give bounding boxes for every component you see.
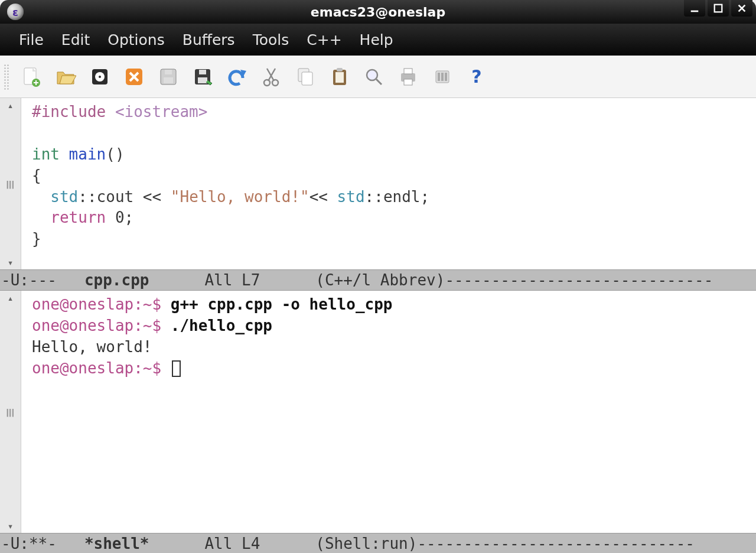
code-token: ::cout <<: [78, 188, 171, 206]
svg-rect-27: [438, 73, 440, 81]
svg-point-6: [99, 76, 101, 78]
code-token: (): [106, 145, 124, 163]
code-token: 0;: [106, 209, 133, 226]
window-controls: [684, 0, 752, 24]
svg-rect-24: [404, 69, 412, 74]
modeline-mid: All L4 (Shell:run): [149, 535, 417, 552]
modeline-mid: All L7 (C++/l Abbrev): [149, 271, 445, 289]
help-icon[interactable]: ?: [464, 66, 489, 87]
modeline-dashes: -----------------------------: [445, 271, 713, 289]
code-token: #include: [32, 103, 115, 121]
scroll-track[interactable]: ≡: [0, 305, 21, 519]
svg-rect-11: [165, 70, 172, 74]
svg-rect-28: [441, 73, 444, 81]
svg-rect-18: [302, 72, 312, 85]
menu-cpp[interactable]: C++: [303, 29, 345, 51]
menu-options[interactable]: Options: [104, 29, 168, 51]
shell-prompt: one@oneslap:~$: [32, 359, 171, 377]
code-editor[interactable]: #include <iostream> int main() { std::co…: [21, 98, 756, 269]
code-token: std: [337, 188, 365, 206]
modeline-code[interactable]: -U:--- cpp.cpp All L7 (C++/l Abbrev)----…: [0, 269, 756, 291]
menu-edit[interactable]: Edit: [58, 29, 93, 51]
svg-rect-20: [335, 72, 344, 83]
modeline-shell[interactable]: -U:**- *shell* All L4 (Shell:run)-------…: [0, 533, 756, 553]
svg-rect-21: [337, 68, 343, 71]
code-token: [32, 209, 50, 226]
minimize-button[interactable]: [684, 0, 705, 17]
modeline-buffer-name: cpp.cpp: [66, 271, 149, 289]
code-token: "Hello, world!": [171, 188, 309, 206]
copy-icon[interactable]: [293, 64, 318, 89]
disk-icon[interactable]: [87, 64, 112, 89]
code-token: [32, 188, 50, 206]
search-icon[interactable]: [361, 64, 386, 89]
modeline-left: -U:**-: [1, 535, 66, 552]
svg-rect-14: [199, 70, 206, 74]
code-token: std: [50, 188, 78, 206]
title-bar: ε emacs23@oneslap: [0, 0, 756, 24]
paste-icon[interactable]: [327, 64, 352, 89]
code-token: main: [60, 145, 106, 163]
save-icon[interactable]: [156, 64, 181, 89]
svg-rect-0: [691, 11, 699, 12]
code-scrollbar[interactable]: ▴ ≡ ▾: [0, 98, 21, 269]
shell-prompt: one@oneslap:~$: [32, 317, 171, 334]
new-file-icon[interactable]: [19, 64, 44, 89]
menu-bar: File Edit Options Buffers Tools C++ Help: [0, 24, 756, 56]
close-button[interactable]: [731, 0, 752, 17]
svg-rect-13: [198, 77, 207, 83]
svg-rect-1: [715, 5, 722, 12]
shell-command: ./hello_cpp: [171, 317, 272, 334]
code-token: return: [50, 209, 106, 226]
svg-rect-29: [445, 73, 447, 81]
menu-file[interactable]: File: [15, 29, 47, 51]
shell-command: g++ cpp.cpp -o hello_cpp: [171, 295, 393, 313]
shell-scrollbar[interactable]: ▴ ≡ ▾: [0, 291, 21, 533]
open-folder-icon[interactable]: [53, 64, 78, 89]
save-as-icon[interactable]: [190, 64, 215, 89]
scroll-down-icon[interactable]: ▾: [0, 519, 21, 533]
code-token: int: [32, 145, 60, 163]
code-token: ::endl;: [365, 188, 430, 206]
toolbar-grip[interactable]: [4, 64, 9, 90]
cut-icon[interactable]: [259, 64, 284, 89]
window-title: emacs23@oneslap: [311, 5, 445, 19]
modeline-dashes: ------------------------------: [417, 535, 695, 552]
svg-point-22: [367, 70, 377, 80]
emacs-app-icon: ε: [7, 4, 24, 20]
code-token: <iostream>: [115, 103, 208, 121]
menu-help[interactable]: Help: [356, 29, 397, 51]
print-icon[interactable]: [396, 64, 421, 89]
preferences-icon[interactable]: [430, 64, 455, 89]
shell-buffer[interactable]: one@oneslap:~$ g++ cpp.cpp -o hello_cpp …: [21, 291, 756, 533]
code-token: {: [32, 167, 41, 184]
close-file-icon[interactable]: [122, 64, 146, 89]
scroll-up-icon[interactable]: ▴: [0, 291, 21, 305]
shell-output: Hello, world!: [32, 338, 152, 356]
svg-rect-10: [164, 77, 173, 83]
code-token: }: [32, 230, 41, 248]
svg-rect-25: [404, 79, 412, 85]
toolbar: ?: [0, 56, 756, 98]
scroll-down-icon[interactable]: ▾: [0, 255, 21, 269]
menu-buffers[interactable]: Buffers: [179, 29, 239, 51]
shell-pane: ▴ ≡ ▾ one@oneslap:~$ g++ cpp.cpp -o hell…: [0, 291, 756, 533]
code-pane: ▴ ≡ ▾ #include <iostream> int main() { s…: [0, 98, 756, 269]
menu-tools[interactable]: Tools: [249, 29, 293, 51]
scroll-up-icon[interactable]: ▴: [0, 98, 21, 112]
shell-prompt: one@oneslap:~$: [32, 295, 171, 313]
modeline-left: -U:---: [1, 271, 66, 289]
code-token: <<: [309, 188, 337, 206]
scroll-track[interactable]: ≡: [0, 112, 21, 255]
maximize-button[interactable]: [708, 0, 729, 17]
text-cursor: [172, 360, 181, 377]
modeline-buffer-name: *shell*: [66, 535, 149, 552]
undo-icon[interactable]: [224, 64, 249, 89]
